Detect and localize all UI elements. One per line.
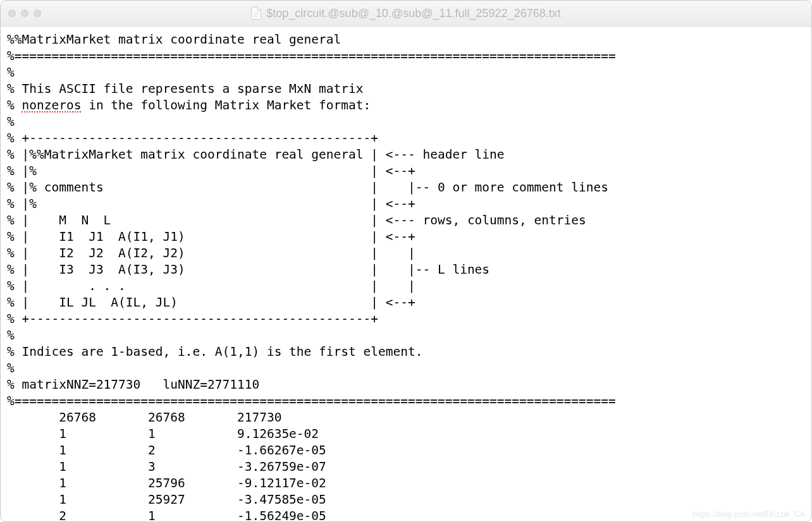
text-line: % |% | <--+ [7, 197, 415, 211]
traffic-lights [8, 9, 41, 17]
window: $top_circuit.@sub@_10.@sub@_11.full_2592… [0, 0, 812, 522]
text-line: % matrixNNZ=217730 luNNZ=2771110 [7, 377, 259, 392]
document-icon [251, 7, 261, 20]
text-line: % | I1 J1 A(I1, J1) | <--+ [7, 229, 415, 244]
text-line: %%MatrixMarket matrix coordinate real ge… [7, 32, 341, 47]
text-line: 1 25796 -9.12117e-02 [7, 476, 326, 490]
text-line: % +-------------------------------------… [7, 131, 378, 145]
text-line: 1 25927 -3.47585e-05 [7, 492, 326, 507]
text-line: %=======================================… [7, 394, 616, 408]
watermark: https://blog.csdn.net/Drizzle_CA [693, 510, 805, 519]
text-line: % +-------------------------------------… [7, 312, 378, 326]
text-line: % Indices are 1-based, i.e. A(1,1) is th… [7, 344, 422, 359]
text-line: 26768 26768 217730 [7, 410, 281, 425]
text-line: % | IL JL A(IL, JL) | <--+ [7, 295, 415, 310]
text-line: % | M N L | <--- rows, columns, entries [7, 213, 586, 228]
titlebar[interactable]: $top_circuit.@sub@_10.@sub@_11.full_2592… [1, 1, 811, 27]
text-line: % |%%MatrixMarket matrix coordinate real… [7, 147, 505, 162]
text-line: 2 1 -1.56249e-05 [7, 509, 326, 522]
text-line: % | I3 J3 A(I3, J3) | |-- L lines [7, 262, 489, 277]
text-line: % |% comments | |-- 0 or more comment li… [7, 180, 608, 195]
text-line: % [7, 114, 15, 129]
file-content[interactable]: %%MatrixMarket matrix coordinate real ge… [1, 27, 811, 522]
text-line: % | I2 J2 A(I2, J2) | | [7, 246, 415, 260]
text-line: 1 2 -1.66267e-05 [7, 443, 326, 458]
text-line-suffix: in the following Matrix Market format: [81, 98, 371, 112]
text-line: % |% | <--+ [7, 164, 415, 178]
text-line: % [7, 361, 15, 375]
close-icon[interactable] [8, 9, 16, 17]
text-line: % [7, 65, 15, 80]
minimize-icon[interactable] [21, 9, 28, 17]
text-line: 1 3 -3.26759e-07 [7, 459, 326, 474]
zoom-icon[interactable] [34, 9, 41, 17]
text-line: 1 1 9.12635e-02 [7, 427, 319, 441]
text-line: % [7, 328, 15, 343]
text-line: % | . . . | | [7, 279, 415, 293]
text-line: % This ASCII file represents a sparse Mx… [7, 82, 364, 96]
text-line: %=======================================… [7, 49, 616, 63]
title-center: $top_circuit.@sub@_10.@sub@_11.full_2592… [1, 7, 811, 20]
window-title: $top_circuit.@sub@_10.@sub@_11.full_2592… [266, 7, 560, 20]
text-line-prefix: % [7, 98, 22, 112]
spelling-error: nonzeros [22, 98, 81, 112]
